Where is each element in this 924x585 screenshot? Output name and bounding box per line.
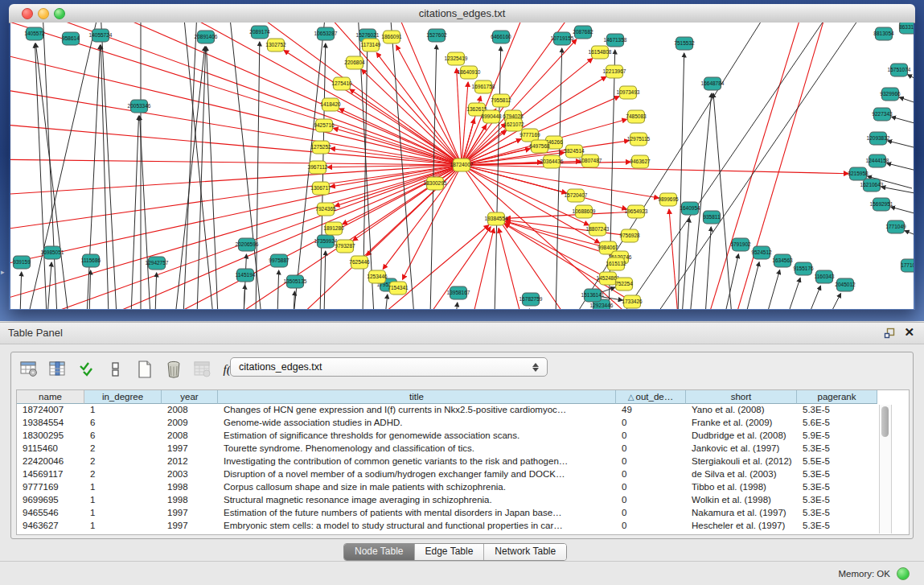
graph-node[interactable]: 10719155: [551, 32, 574, 45]
graph-node[interactable]: 8990448: [481, 110, 502, 123]
graph-edge[interactable]: [380, 225, 489, 309]
graph-node[interactable]: 2206804: [344, 56, 365, 69]
table-row[interactable]: 1938455462009Genome-wide association stu…: [17, 417, 909, 430]
graph-node[interactable]: 10973493: [617, 86, 640, 99]
graph-node[interactable]: 7924365: [315, 203, 336, 216]
graph-node[interactable]: 7485083: [626, 110, 647, 123]
graph-node[interactable]: 16648784: [701, 77, 725, 90]
table-settings-icon[interactable]: [19, 360, 39, 379]
graph-edge[interactable]: [713, 93, 732, 309]
graph-node[interactable]: 9227343: [872, 108, 893, 121]
graph-edge[interactable]: [808, 286, 820, 309]
graph-node[interactable]: 10807487: [579, 154, 602, 167]
graph-node[interactable]: 1160343: [815, 270, 835, 283]
graph-edge[interactable]: [473, 229, 494, 309]
graph-node[interactable]: 1405572: [24, 27, 45, 40]
graph-node[interactable]: 19384554: [485, 212, 508, 225]
graph-node[interactable]: 1115686: [81, 254, 101, 267]
table-row[interactable]: 1872400712008Changes of HCN gene express…: [17, 404, 909, 417]
graph-edge[interactable]: [131, 116, 139, 309]
graph-edge[interactable]: [908, 75, 914, 83]
show-column-icon[interactable]: [48, 360, 68, 379]
table-row[interactable]: 946554611997Estimation of the future num…: [17, 507, 909, 520]
graph-node[interactable]: 1306717: [310, 182, 331, 195]
column-header-title[interactable]: title: [218, 390, 616, 404]
graph-edge[interactable]: [655, 23, 864, 309]
column-header-pagerank[interactable]: pagerank: [797, 390, 877, 404]
graph-edge[interactable]: [107, 165, 462, 309]
graph-node[interactable]: 16154808: [589, 46, 612, 59]
graph-node[interactable]: 752254: [615, 278, 633, 290]
column-header-name[interactable]: name: [17, 390, 84, 404]
graph-edge[interactable]: [887, 163, 914, 172]
graph-edge[interactable]: [891, 207, 914, 216]
graph-node[interactable]: 1891280: [323, 222, 344, 235]
graph-node[interactable]: 7955812: [491, 94, 511, 107]
graph-edge[interactable]: [383, 165, 462, 269]
graph-node[interactable]: 1771049: [885, 220, 906, 233]
graph-node[interactable]: 1615132: [606, 257, 626, 270]
graph-node[interactable]: 9975887: [269, 254, 290, 267]
graph-node[interactable]: 935811: [703, 211, 721, 224]
graph-edge[interactable]: [829, 294, 841, 309]
graph-edge[interactable]: [881, 187, 914, 195]
graph-edge[interactable]: [101, 23, 117, 309]
graph-edge[interactable]: [10, 123, 462, 165]
graph-node[interactable]: 18640910: [458, 66, 481, 79]
graph-node[interactable]: 7625446: [349, 256, 370, 269]
graph-edge[interactable]: [499, 229, 521, 309]
graph-edge[interactable]: [905, 231, 914, 238]
graph-node[interactable]: 8215958: [848, 167, 869, 180]
graph-node[interactable]: 939159: [13, 256, 31, 269]
graph-node[interactable]: 9756928: [619, 229, 640, 242]
graph-node[interactable]: 18300295: [424, 177, 447, 190]
graph-node[interactable]: 16210643: [860, 179, 884, 192]
graph-node[interactable]: 1527602: [426, 29, 447, 42]
graph-node[interactable]: 12444158: [866, 154, 889, 167]
graph-node[interactable]: 1253446: [367, 270, 388, 283]
graph-node[interactable]: 1173149: [361, 39, 381, 51]
graph-node[interactable]: 3824514: [564, 145, 585, 158]
graph-edge[interactable]: [20, 272, 22, 309]
graph-node[interactable]: 1275252: [310, 141, 331, 154]
graph-node[interactable]: 2087682: [573, 26, 593, 39]
graph-node[interactable]: 20891406: [195, 31, 218, 43]
graph-edge[interactable]: [10, 159, 462, 165]
graph-edge[interactable]: [745, 262, 759, 309]
graph-edge[interactable]: [462, 165, 848, 174]
graph-node[interactable]: 1866091: [381, 31, 402, 43]
panel-collapse-arrow-icon[interactable]: ▸: [1, 268, 5, 276]
graph-node[interactable]: 1275410: [331, 77, 352, 90]
graph-edge[interactable]: [385, 295, 388, 309]
graph-node[interactable]: 9793287: [335, 240, 355, 253]
graph-node[interactable]: 14671358: [604, 34, 627, 47]
graph-node[interactable]: 3967112: [308, 161, 328, 174]
graph-node[interactable]: 16985051: [41, 246, 64, 259]
graph-node[interactable]: 13958167: [447, 286, 470, 299]
scrollbar-thumb[interactable]: [881, 406, 889, 437]
graph-node[interactable]: 863310: [899, 23, 914, 34]
graph-edge[interactable]: [678, 53, 684, 309]
graph-edge[interactable]: [10, 165, 462, 268]
graph-node[interactable]: 2045012: [835, 278, 856, 291]
network-canvas[interactable]: 1405572958614140557242089140620891741065…: [10, 23, 914, 309]
graph-node[interactable]: 10653287: [314, 27, 338, 40]
graph-edge[interactable]: [277, 270, 279, 309]
graph-edge[interactable]: [457, 68, 462, 165]
graph-node[interactable]: 1733426: [622, 295, 643, 308]
graph-edge[interactable]: [899, 97, 914, 105]
graph-node[interactable]: 15720407: [565, 189, 588, 202]
column-header-in_degree[interactable]: in_degree: [84, 390, 162, 404]
graph-node[interactable]: 18807243: [586, 223, 610, 236]
tab-network-table[interactable]: Network Table: [483, 544, 566, 560]
graph-edge[interactable]: [175, 47, 205, 309]
select-all-icon[interactable]: [77, 360, 97, 379]
graph-edge[interactable]: [183, 23, 197, 309]
window-titlebar[interactable]: citations_edges.txt: [9, 4, 915, 23]
graph-node[interactable]: 15136141: [581, 289, 605, 302]
graph-node[interactable]: 7515532: [674, 37, 695, 50]
graph-node[interactable]: 6497568: [529, 140, 550, 153]
graph-edge[interactable]: [456, 303, 458, 309]
graph-node[interactable]: 2089174: [249, 26, 270, 39]
table-row[interactable]: 946362711997Embryonic stem cells: a mode…: [17, 520, 909, 533]
